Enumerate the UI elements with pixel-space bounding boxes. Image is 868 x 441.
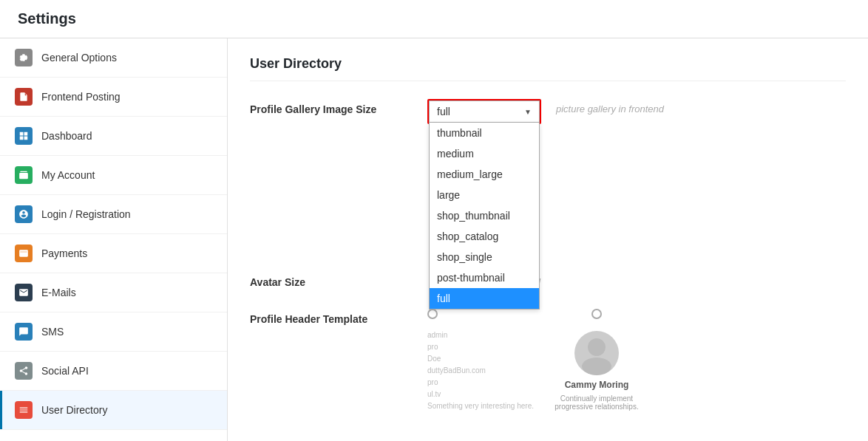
sidebar-label-social-api: Social API [41,365,89,377]
svg-point-0 [588,338,606,356]
option-medium-large[interactable]: medium_large [430,164,539,185]
sidebar-label-frontend-posting: Frontend Posting [41,91,121,103]
payments-icon [15,245,33,262]
preview-line-7: Something very interesting here. [427,400,534,412]
email-icon [15,284,33,301]
sidebar-item-sms[interactable]: SMS [0,312,227,352]
radio-row-avatar [591,309,602,319]
preview-line-1: admin [427,329,534,341]
app-header: Settings [0,0,868,38]
avatar-preview [574,331,619,375]
radio-avatar[interactable] [591,309,602,319]
profile-gallery-helper: picture gallery in frontend [556,99,664,114]
profile-gallery-row: Profile Gallery Image Size full ▼ thumbn… [250,99,846,124]
template-preview-area: admin pro Doe duttyBadBun.com pro ul.tv … [427,309,846,412]
main-content: User Directory Profile Gallery Image Siz… [228,38,868,441]
sidebar-item-my-account[interactable]: My Account [0,156,227,195]
preview-line-6: ul.tv [427,389,534,400]
preview-line-3: Doe [427,353,534,365]
user-desc: Continually implement progressive relati… [549,394,645,411]
dashboard-icon [15,127,33,145]
gear-icon [15,49,33,66]
text-preview-block: admin pro Doe duttyBadBun.com pro ul.tv … [427,309,534,412]
profile-header-label: Profile Header Template [250,309,413,325]
sidebar-item-payments[interactable]: Payments [0,234,227,273]
sidebar-label-dashboard: Dashboard [41,130,92,142]
social-icon [15,362,33,380]
post-icon [15,88,33,106]
radio-row-text [427,309,534,319]
profile-gallery-label: Profile Gallery Image Size [250,99,413,115]
profile-gallery-control: full ▼ thumbnail medium medium_large lar… [427,99,846,124]
profile-header-row: Profile Header Template admin pro Doe du… [250,309,846,412]
sidebar-item-user-directory[interactable]: User Directory [0,391,227,430]
preview-text-lines: admin pro Doe duttyBadBun.com pro ul.tv … [427,329,534,412]
sidebar-item-emails[interactable]: E-Mails [0,273,227,312]
option-full[interactable]: full [430,288,539,309]
sidebar: General Options Frontend Posting Dashboa… [0,38,228,441]
sidebar-label-payments: Payments [41,247,87,259]
sidebar-item-frontend-posting[interactable]: Frontend Posting [0,78,227,117]
option-large[interactable]: large [430,185,539,205]
option-thumbnail[interactable]: thumbnail [430,123,539,143]
login-icon [15,205,33,223]
dropdown-list: thumbnail medium medium_large large shop… [429,123,540,310]
layout: General Options Frontend Posting Dashboa… [0,38,868,441]
sidebar-label-general-options: General Options [41,52,117,64]
svg-point-1 [582,358,611,375]
dropdown-arrow-icon: ▼ [524,108,532,116]
avatar-size-row: Avatar Size profile picture in frontend [250,272,846,288]
profile-gallery-select[interactable]: full ▼ [429,100,540,123]
sidebar-label-sms: SMS [41,326,64,338]
sidebar-label-user-directory: User Directory [41,404,107,416]
sidebar-label-my-account: My Account [41,169,95,181]
profile-gallery-selected-value: full [437,106,450,117]
sidebar-item-login-registration[interactable]: Login / Registration [0,195,227,234]
sidebar-item-dashboard[interactable]: Dashboard [0,117,227,156]
radio-text[interactable] [427,309,438,319]
sidebar-item-general-options[interactable]: General Options [0,38,227,78]
profile-gallery-dropdown-container: full ▼ thumbnail medium medium_large lar… [427,99,541,124]
sidebar-label-emails: E-Mails [41,287,76,298]
user-name: Cammy Moring [565,380,629,390]
avatar-preview-block: Cammy Moring Continually implement progr… [549,309,645,411]
option-medium[interactable]: medium [430,143,539,164]
app-title: Settings [18,10,76,27]
sms-icon [15,323,33,341]
option-shop-single[interactable]: shop_single [430,247,539,267]
option-shop-thumbnail[interactable]: shop_thumbnail [430,205,539,226]
option-post-thumbnail[interactable]: post-thumbnail [430,267,539,288]
sidebar-item-social-api[interactable]: Social API [0,352,227,391]
sidebar-label-login-registration: Login / Registration [41,208,131,220]
preview-line-2: pro [427,341,534,353]
preview-line-5: pro [427,377,534,389]
option-shop-catalog[interactable]: shop_catalog [430,226,539,247]
profile-header-control: admin pro Doe duttyBadBun.com pro ul.tv … [427,309,846,412]
preview-line-4: duttyBadBun.com [427,365,534,377]
directory-icon [15,401,33,419]
account-icon [15,166,33,184]
avatar-size-label: Avatar Size [250,272,413,288]
section-title: User Directory [250,56,846,81]
